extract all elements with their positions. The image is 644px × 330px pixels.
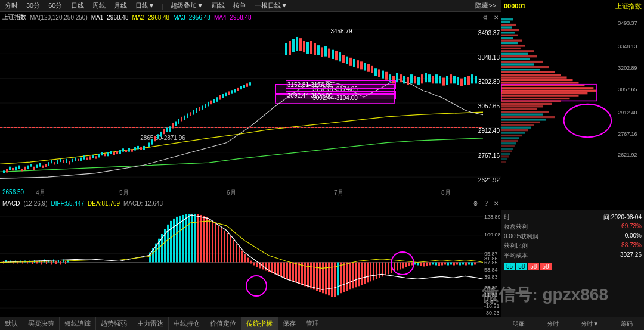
svg-rect-205 bbox=[206, 217, 208, 263]
svg-rect-16 bbox=[24, 167, 26, 170]
svg-rect-142 bbox=[464, 77, 466, 85]
svg-rect-46 bbox=[113, 152, 115, 155]
chart-close-icon[interactable]: ✕ bbox=[494, 14, 499, 21]
svg-rect-40 bbox=[95, 156, 97, 158]
svg-rect-130 bbox=[421, 74, 423, 83]
sidebar-btn-fenshi2[interactable]: 分时▼ bbox=[578, 320, 601, 328]
svg-rect-44 bbox=[107, 152, 109, 157]
ma2-label: MA2 bbox=[132, 14, 144, 21]
svg-rect-12 bbox=[12, 168, 14, 170]
timeframe-30[interactable]: 30分 bbox=[24, 1, 42, 10]
info-panel: 时 间:2020-08-04 收盘获利 69.73% 0.00%获利润 0.00… bbox=[501, 210, 644, 317]
svg-rect-250 bbox=[340, 263, 342, 294]
mode-superimpose[interactable]: 超级叠加▼ bbox=[168, 1, 206, 10]
svg-rect-109 bbox=[346, 57, 348, 64]
svg-rect-48 bbox=[119, 150, 121, 154]
svg-rect-65 bbox=[172, 123, 174, 129]
svg-rect-31 bbox=[69, 161, 70, 164]
svg-rect-317 bbox=[501, 24, 516, 26]
svg-rect-287 bbox=[450, 263, 452, 265]
tab-traditional[interactable]: 传统指标 bbox=[242, 317, 278, 330]
timeframe-fen[interactable]: 分时 bbox=[2, 1, 20, 10]
svg-rect-45 bbox=[110, 151, 112, 154]
svg-rect-70 bbox=[187, 113, 188, 118]
svg-text:7月: 7月 bbox=[334, 189, 343, 195]
svg-rect-216 bbox=[239, 247, 240, 263]
hidden-toggle[interactable]: 隐藏>> bbox=[473, 1, 499, 10]
svg-rect-333 bbox=[501, 66, 549, 68]
svg-rect-57 bbox=[148, 142, 150, 147]
svg-rect-113 bbox=[360, 61, 363, 69]
macd-close-icon[interactable]: ✕ bbox=[494, 200, 499, 207]
svg-rect-321 bbox=[501, 35, 518, 36]
timeframe-day[interactable]: 日线 bbox=[69, 1, 86, 10]
tab-buy-sell[interactable]: 买卖决策 bbox=[23, 317, 60, 330]
sidebar-btn-detail[interactable]: 明细 bbox=[510, 320, 527, 328]
svg-text:25.82: 25.82 bbox=[484, 285, 498, 291]
svg-rect-338 bbox=[501, 79, 573, 81]
mode-draw[interactable]: 画线 bbox=[209, 1, 227, 10]
info-row-avg: 平均成本 3027.26 bbox=[504, 251, 642, 260]
right-sidebar: 000001 上证指数 3493.37 3348.13 3202.89 3057… bbox=[501, 0, 644, 330]
svg-rect-294 bbox=[471, 263, 473, 266]
svg-text:39.83: 39.83 bbox=[484, 274, 498, 280]
svg-rect-347 bbox=[501, 100, 561, 102]
tab-mid[interactable]: 中线持仓 bbox=[169, 317, 205, 330]
macd-settings-icon[interactable]: ⚙ bbox=[473, 200, 478, 207]
period-select[interactable]: 一根日线▼ bbox=[252, 1, 290, 10]
svg-rect-212 bbox=[227, 233, 228, 263]
timeframe-60[interactable]: 60分 bbox=[46, 1, 64, 10]
tab-save[interactable]: 保存 bbox=[278, 317, 301, 330]
chart-header: 上证指数 MA(120,120,250,250) MA1 2968.48 MA2… bbox=[0, 12, 501, 23]
svg-rect-251 bbox=[343, 263, 345, 292]
svg-rect-101 bbox=[317, 45, 320, 55]
macd-question-icon[interactable]: ? bbox=[484, 200, 488, 207]
mode-order[interactable]: 按单 bbox=[231, 1, 249, 10]
svg-rect-231 bbox=[283, 263, 285, 278]
svg-rect-47 bbox=[116, 151, 118, 154]
tab-short[interactable]: 短线追踪 bbox=[60, 317, 96, 330]
svg-rect-100 bbox=[314, 43, 316, 55]
svg-rect-235 bbox=[295, 263, 297, 283]
ma4-value: 2958.48 bbox=[230, 14, 251, 21]
svg-rect-64 bbox=[169, 126, 171, 132]
svg-rect-53 bbox=[134, 147, 136, 150]
svg-rect-323 bbox=[501, 39, 522, 41]
svg-rect-180 bbox=[55, 261, 57, 264]
svg-rect-295 bbox=[474, 263, 476, 265]
svg-rect-361 bbox=[501, 135, 522, 136]
tab-manage[interactable]: 管理 bbox=[301, 317, 324, 330]
svg-rect-83 bbox=[225, 93, 227, 97]
svg-rect-330 bbox=[501, 58, 530, 60]
tab-main[interactable]: 主力雷达 bbox=[132, 317, 169, 330]
svg-rect-143 bbox=[467, 76, 470, 85]
info-row-pct: 收盘获利 69.73% bbox=[504, 222, 642, 232]
svg-rect-365 bbox=[501, 145, 515, 147]
svg-rect-200 bbox=[191, 214, 193, 263]
svg-rect-198 bbox=[185, 214, 187, 263]
svg-rect-38 bbox=[89, 156, 91, 159]
svg-rect-345 bbox=[501, 95, 578, 96]
ma-settings-icon[interactable]: ⚙ bbox=[482, 14, 488, 21]
svg-rect-252 bbox=[346, 263, 348, 291]
svg-rect-318 bbox=[501, 26, 512, 28]
macd-section: MACD (12,26,9) DIFF:55.447 DEA:81.769 MA… bbox=[0, 198, 501, 317]
info-row-time: 时 间:2020-08-04 bbox=[504, 213, 642, 222]
svg-rect-72 bbox=[193, 110, 194, 115]
tab-default[interactable]: 默认 bbox=[0, 317, 23, 330]
info-row-ratio: 获利比例 88.73% bbox=[504, 241, 642, 251]
svg-rect-275 bbox=[414, 263, 416, 265]
sidebar-btn-chips[interactable]: 筹码 bbox=[618, 320, 635, 328]
svg-rect-120 bbox=[385, 72, 388, 80]
svg-rect-248 bbox=[334, 263, 336, 297]
timeframe-day2[interactable]: 日线▼ bbox=[133, 1, 157, 10]
svg-rect-356 bbox=[501, 122, 540, 123]
svg-rect-36 bbox=[83, 155, 85, 160]
svg-rect-125 bbox=[403, 76, 405, 83]
tab-value[interactable]: 价值定位 bbox=[205, 317, 242, 330]
svg-rect-316 bbox=[501, 21, 510, 23]
timeframe-month[interactable]: 月线 bbox=[112, 1, 129, 10]
sidebar-btn-fenshi[interactable]: 分时 bbox=[544, 320, 561, 328]
timeframe-week[interactable]: 周线 bbox=[90, 1, 108, 10]
tab-trend[interactable]: 趋势强弱 bbox=[96, 317, 132, 330]
